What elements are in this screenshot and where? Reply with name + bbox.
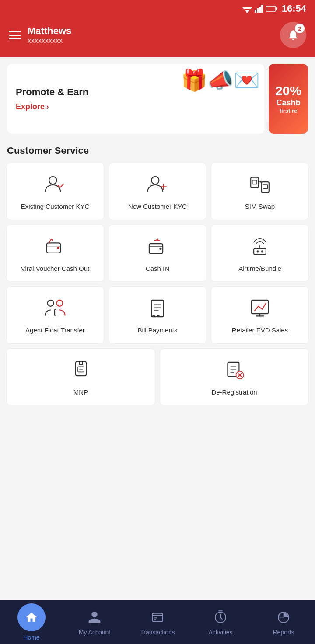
signal-icon (255, 5, 263, 13)
agent-float-icon (42, 295, 68, 322)
service-airtime[interactable]: Airtime/Bundle (211, 225, 309, 282)
customer-service-title: Customer Service (0, 141, 315, 163)
svg-point-23 (261, 250, 263, 252)
battery-icon (266, 6, 277, 12)
deregistration-label: De-Registration (211, 388, 257, 397)
home-label: Home (23, 634, 39, 641)
svg-rect-21 (254, 248, 266, 254)
svg-rect-16 (263, 185, 267, 189)
banner-small: first re (280, 107, 297, 114)
activities-label: Activities (208, 629, 232, 636)
nav-transactions[interactable]: Transactions (126, 609, 189, 636)
service-new-kyc[interactable]: New Customer KYC (108, 163, 206, 220)
wifi-icon (242, 5, 252, 13)
agent-float-label: Agent Float Transfer (25, 326, 85, 335)
service-viral-voucher[interactable]: Viral Voucher Cash Out (6, 225, 104, 282)
svg-rect-9 (276, 7, 277, 10)
my-account-label: My Account (79, 629, 110, 636)
bill-icon (144, 295, 171, 322)
svg-point-25 (56, 300, 63, 306)
account-icon (86, 609, 103, 626)
new-kyc-label: New Customer KYC (128, 202, 187, 211)
svg-point-11 (49, 177, 56, 184)
cash-in-label: Cash IN (146, 264, 169, 273)
service-retailer-evd[interactable]: Retailer EVD Sales (211, 286, 309, 344)
retailer-evd-label: Retailer EVD Sales (232, 326, 288, 335)
service-sim-swap[interactable]: SIM Swap (211, 163, 309, 220)
svg-point-22 (257, 250, 259, 252)
mnp-sim-icon (68, 357, 94, 384)
user-name: Matthews (28, 25, 71, 37)
svg-point-18 (57, 247, 59, 249)
service-cash-in[interactable]: Cash IN (108, 225, 206, 282)
banner-illustration: 🎁📣💌 (181, 68, 260, 93)
sim-swap-icon (247, 172, 273, 198)
home-icon (18, 603, 46, 631)
banner-percent: 20% (275, 83, 301, 98)
svg-rect-32 (152, 613, 163, 622)
user-id: xxxxxxxxxx (28, 37, 71, 45)
banner-main[interactable]: Promote & Earn Explore › 🎁📣💌 (7, 64, 264, 134)
bottom-nav: Home My Account Transactions (0, 600, 315, 644)
viral-voucher-label: Viral Voucher Cash Out (21, 264, 89, 273)
notification-button[interactable]: 2 (280, 22, 306, 48)
banner-container: Promote & Earn Explore › 🎁📣💌 20% Cashb f… (0, 57, 315, 141)
svg-point-12 (151, 177, 159, 184)
svg-rect-14 (252, 180, 257, 184)
reports-icon (275, 609, 292, 626)
svg-rect-26 (151, 300, 164, 317)
svg-rect-10 (267, 7, 270, 10)
notification-badge: 2 (295, 24, 304, 33)
service-grid-row4: MNP De-Registration (0, 344, 315, 415)
banner-explore-button[interactable]: Explore › (16, 102, 88, 111)
service-grid-row2: Viral Voucher Cash Out Cash IN (0, 220, 315, 282)
service-deregistration[interactable]: De-Registration (160, 348, 309, 406)
bill-payments-label: Bill Payments (138, 326, 178, 335)
svg-rect-15 (261, 182, 269, 192)
nav-home[interactable]: Home (0, 603, 63, 641)
nav-reports[interactable]: Reports (252, 609, 315, 636)
svg-rect-4 (255, 10, 256, 13)
menu-button[interactable] (9, 31, 21, 39)
status-time: 16:54 (282, 3, 306, 14)
service-mnp[interactable]: MNP (6, 348, 155, 406)
status-icons (242, 5, 277, 13)
service-existing-kyc[interactable]: Existing Customer KYC (6, 163, 104, 220)
deregister-icon (221, 357, 248, 384)
svg-rect-6 (259, 7, 261, 13)
svg-rect-5 (257, 8, 259, 13)
sim-swap-label: SIM Swap (245, 202, 275, 211)
person-add-icon (144, 172, 171, 198)
nav-my-account[interactable]: My Account (63, 609, 126, 636)
service-bill-payments[interactable]: Bill Payments (108, 286, 206, 344)
svg-rect-7 (261, 5, 263, 13)
transactions-label: Transactions (140, 629, 175, 636)
banner-side[interactable]: 20% Cashb first re (269, 64, 308, 134)
nav-activities[interactable]: Activities (189, 609, 252, 636)
mnp-label: MNP (74, 388, 88, 397)
banner-cashback: Cashb (276, 98, 300, 107)
airtime-label: Airtime/Bundle (238, 264, 281, 273)
person-check-icon (42, 172, 68, 198)
banner-title: Promote & Earn (16, 86, 88, 99)
wifi-router-icon (247, 234, 273, 260)
reports-label: Reports (273, 629, 294, 636)
user-info: Matthews xxxxxxxxxx (28, 25, 71, 45)
transactions-icon (149, 609, 166, 626)
svg-rect-13 (251, 177, 258, 188)
service-grid-row1: Existing Customer KYC New Customer KYC S… (0, 163, 315, 220)
app-header: Matthews xxxxxxxxxx 2 (0, 17, 315, 57)
status-bar: 16:54 (0, 0, 315, 17)
service-agent-float[interactable]: Agent Float Transfer (6, 286, 104, 344)
activities-icon (212, 609, 229, 626)
service-grid-row3: Agent Float Transfer Bill Payments Retai… (0, 282, 315, 344)
wallet-out-icon (42, 234, 68, 260)
existing-kyc-label: Existing Customer KYC (21, 202, 90, 211)
svg-point-24 (48, 300, 54, 306)
svg-point-20 (159, 247, 161, 249)
wallet-in-icon (144, 234, 171, 260)
chart-up-icon (247, 295, 273, 322)
